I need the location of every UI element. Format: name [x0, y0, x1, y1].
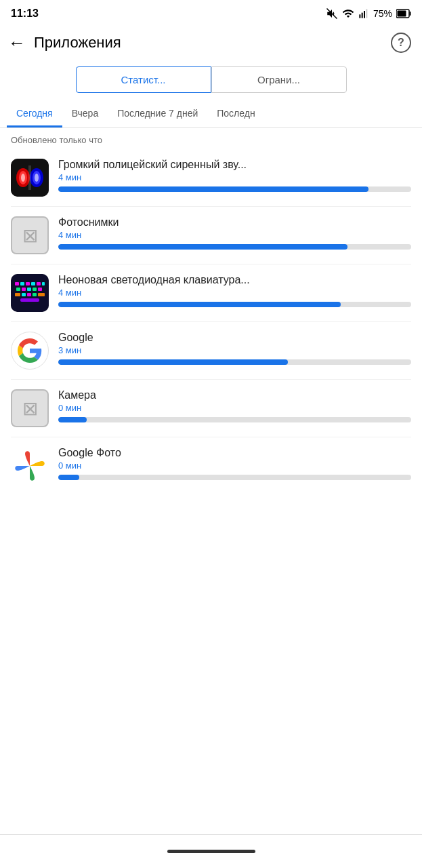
app-icon-gphotos	[11, 447, 49, 485]
header-left: ← Приложения	[8, 34, 121, 52]
period-tab-today[interactable]: Сегодня	[7, 101, 62, 127]
svg-rect-29	[22, 293, 26, 296]
app-icon-keyboard	[11, 274, 49, 312]
svg-rect-31	[33, 293, 37, 296]
svg-rect-3	[364, 11, 365, 18]
app-icon-police	[11, 159, 49, 197]
wifi-icon	[342, 7, 354, 20]
app-bar	[58, 475, 411, 480]
app-time: 0 мин	[58, 460, 411, 471]
svg-rect-18	[20, 282, 24, 285]
app-info: Фотоснимки 4 мин	[58, 216, 411, 250]
svg-rect-17	[15, 282, 19, 285]
svg-point-14	[35, 174, 39, 182]
app-icon-placeholder	[11, 216, 49, 254]
app-bar-fill	[58, 244, 347, 250]
app-list: Громкий полицейский сиренный зву... 4 ми…	[0, 149, 422, 494]
svg-point-11	[21, 174, 25, 182]
tab-statistics[interactable]: Статист...	[76, 66, 211, 93]
svg-rect-26	[33, 288, 37, 291]
svg-rect-6	[410, 12, 411, 16]
list-item[interactable]: Google 3 мин	[11, 322, 411, 380]
app-time: 0 мин	[58, 403, 411, 413]
app-info: Google 3 мин	[58, 332, 411, 365]
signal-icon	[358, 8, 369, 19]
svg-rect-27	[38, 288, 42, 291]
app-bar	[58, 417, 411, 422]
app-bar-fill	[58, 417, 87, 422]
svg-rect-19	[26, 282, 30, 285]
svg-rect-7	[398, 11, 406, 17]
app-info: Камера 0 мин	[58, 389, 411, 422]
battery-percent: 75%	[373, 8, 392, 19]
app-icon-google	[11, 332, 49, 370]
tab-restrictions[interactable]: Ограни...	[211, 66, 347, 93]
app-bar	[58, 186, 411, 192]
update-label: Обновлено только что	[0, 128, 422, 149]
status-icons: 75%	[326, 7, 411, 20]
app-name: Google	[58, 332, 411, 344]
svg-rect-23	[16, 288, 20, 291]
list-item[interactable]: Google Фото 0 мин	[11, 437, 411, 494]
svg-rect-28	[15, 293, 20, 296]
svg-rect-4	[366, 9, 367, 18]
app-name: Google Фото	[58, 447, 411, 459]
bottom-nav	[0, 834, 422, 868]
svg-rect-21	[37, 282, 41, 285]
svg-rect-20	[31, 282, 35, 285]
app-bar-fill	[58, 475, 79, 480]
list-item[interactable]: Фотоснимки 4 мин	[11, 207, 411, 264]
app-time: 4 мин	[58, 230, 411, 240]
battery-icon	[396, 9, 411, 18]
app-info: Google Фото 0 мин	[58, 447, 411, 480]
period-tab-7days[interactable]: Последние 7 дней	[108, 101, 207, 127]
status-bar: 11:13 75%	[0, 0, 422, 27]
app-name: Неоновая светодиодная клавиатура...	[58, 274, 411, 286]
app-bar-fill	[58, 302, 341, 307]
help-button[interactable]: ?	[391, 33, 411, 53]
app-bar	[58, 302, 411, 307]
app-time: 4 мин	[58, 172, 411, 182]
svg-rect-33	[20, 298, 39, 302]
list-item[interactable]: Громкий полицейский сиренный зву... 4 ми…	[11, 149, 411, 207]
list-item[interactable]: Неоновая светодиодная клавиатура... 4 ми…	[11, 264, 411, 322]
header: ← Приложения ?	[0, 27, 422, 58]
app-name: Громкий полицейский сиренный зву...	[58, 159, 411, 171]
status-time: 11:13	[11, 7, 39, 20]
list-item[interactable]: Камера 0 мин	[11, 380, 411, 437]
period-tab-yesterday[interactable]: Вчера	[62, 101, 108, 127]
svg-rect-15	[28, 165, 31, 190]
app-time: 3 мин	[58, 345, 411, 355]
app-bar	[58, 359, 411, 365]
app-bar-fill	[58, 186, 368, 192]
period-tab-last[interactable]: Последн	[207, 101, 264, 127]
app-info: Неоновая светодиодная клавиатура... 4 ми…	[58, 274, 411, 307]
svg-rect-30	[27, 293, 31, 296]
svg-rect-1	[359, 14, 360, 18]
app-name: Фотоснимки	[58, 216, 411, 229]
svg-rect-22	[42, 282, 45, 285]
app-icon-placeholder	[11, 389, 49, 427]
app-name: Камера	[58, 389, 411, 401]
app-time: 4 мин	[58, 288, 411, 298]
app-bar	[58, 244, 411, 250]
svg-rect-2	[362, 13, 363, 18]
app-bar-fill	[58, 359, 288, 365]
tab-switch: Статист... Ограни...	[0, 58, 422, 101]
period-tabs: Сегодня Вчера Последние 7 дней Последн	[0, 101, 422, 128]
back-button[interactable]: ←	[8, 34, 26, 52]
page-title: Приложения	[34, 34, 121, 52]
nav-pill	[167, 850, 255, 853]
svg-rect-24	[22, 288, 26, 291]
mute-icon	[326, 7, 338, 20]
app-info: Громкий полицейский сиренный зву... 4 ми…	[58, 159, 411, 192]
svg-rect-32	[38, 293, 45, 296]
svg-rect-25	[27, 288, 31, 291]
